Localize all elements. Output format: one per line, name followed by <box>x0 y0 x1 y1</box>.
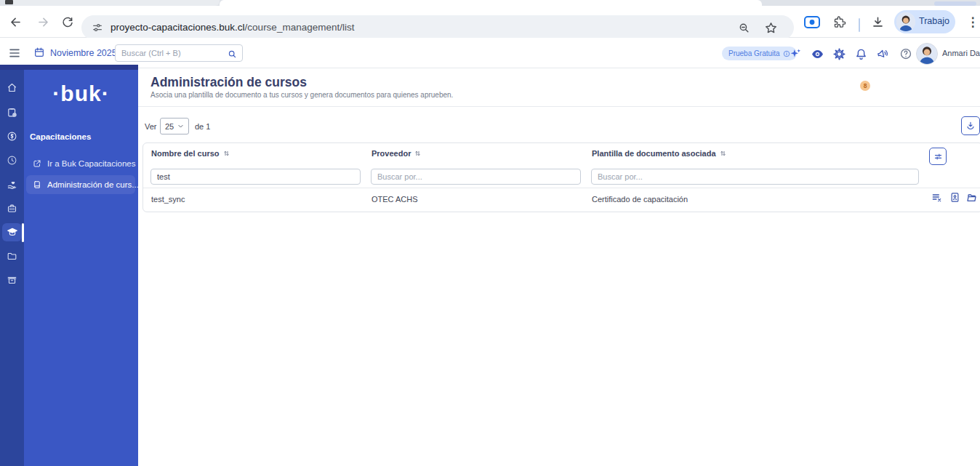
url-text: proyecto-capacitaciones.buk.cl/course_ma… <box>111 22 354 33</box>
dollar-circle-icon[interactable] <box>0 126 24 145</box>
filter-nombre-input[interactable] <box>150 169 361 185</box>
inactive-tab-fragment <box>13 0 220 6</box>
sidebar-section-title: Capacitaciones <box>30 132 91 141</box>
browser-tab-strip <box>0 0 980 6</box>
browser-toolbar: proyecto-capacitaciones.buk.cl/course_ma… <box>0 6 980 38</box>
bookmark-star-icon[interactable] <box>763 20 778 35</box>
sidebar-panel <box>24 70 138 466</box>
column-header-nombre[interactable]: Nombre del curso <box>151 149 230 158</box>
filter-plantilla-input[interactable] <box>591 169 919 185</box>
sidebar-item-label: Administración de curs... <box>47 180 139 189</box>
user-avatar[interactable] <box>916 43 938 65</box>
page-count-label: de 1 <box>195 122 210 131</box>
column-header-label: Plantilla de documento asociada <box>592 149 716 158</box>
url-path: /course_management/list <box>245 22 355 33</box>
period-label[interactable]: Noviembre 2025 <box>50 48 117 58</box>
help-icon[interactable] <box>899 47 913 61</box>
clock-icon[interactable] <box>0 150 24 169</box>
notification-count-badge: 8 <box>860 81 870 91</box>
sort-icon <box>414 150 421 157</box>
screen: proyecto-capacitaciones.buk.cl/course_ma… <box>0 0 980 466</box>
open-folder-icon[interactable] <box>965 192 977 204</box>
menu-hamburger-icon[interactable] <box>7 47 22 60</box>
sort-icon <box>223 150 230 157</box>
sidebar-item-label: Ir a Buk Capacitaciones <box>47 159 135 168</box>
global-search <box>115 44 243 62</box>
preview-eye-icon[interactable] <box>810 47 824 61</box>
unassign-list-icon[interactable] <box>931 192 943 204</box>
trial-badge-label: Prueba Gratuita <box>728 49 780 57</box>
announcement-megaphone-icon[interactable] <box>875 47 890 61</box>
calendar-icon[interactable] <box>33 46 46 59</box>
certificate-document-icon[interactable] <box>949 192 960 203</box>
url-host: proyecto-capacitaciones.buk.cl <box>111 22 245 33</box>
page-size-value: 25 <box>165 122 174 131</box>
downloads-icon[interactable] <box>869 14 885 30</box>
cell-plantilla: Certificado de capacitación <box>592 195 688 204</box>
sliders-icon <box>933 152 943 161</box>
forward-icon[interactable] <box>35 14 51 30</box>
cabinet-icon[interactable] <box>0 270 24 289</box>
tab-media-icon[interactable] <box>803 14 822 30</box>
trial-badge[interactable]: Prueba Gratuita <box>722 47 797 60</box>
home-icon[interactable] <box>0 78 24 97</box>
sidebar-top-strip <box>0 65 138 70</box>
page-title: Administración de cursos <box>150 75 307 90</box>
user-name-label[interactable]: Anmari Da... <box>942 49 980 57</box>
page-size-select[interactable]: 25 <box>160 118 189 134</box>
briefcase-icon[interactable] <box>0 198 24 217</box>
window-corner-fragment <box>5 0 13 4</box>
profile-avatar <box>896 12 915 31</box>
column-header-label: Nombre del curso <box>151 149 220 158</box>
reload-icon[interactable] <box>60 14 76 30</box>
back-icon[interactable] <box>7 14 23 30</box>
hand-heart-icon[interactable] <box>0 174 24 193</box>
courses-table: Nombre del curso Proveedor Plantilla de … <box>142 142 980 212</box>
global-search-input[interactable] <box>116 45 217 61</box>
download-icon <box>965 121 976 131</box>
column-settings-button[interactable] <box>929 148 947 165</box>
filter-proveedor-input[interactable] <box>371 169 581 185</box>
ai-sparkle-icon[interactable] <box>788 47 803 61</box>
column-header-proveedor[interactable]: Proveedor <box>371 149 421 158</box>
search-icon[interactable] <box>227 49 237 59</box>
graduation-cap-icon[interactable] <box>0 222 24 241</box>
column-header-plantilla[interactable]: Plantilla de documento asociada <box>592 149 726 158</box>
cell-proveedor: OTEC ACHS <box>371 195 418 204</box>
site-info-icon[interactable] <box>92 22 103 33</box>
book-icon <box>33 180 41 189</box>
notifications-bell-icon[interactable] <box>854 47 868 61</box>
sort-icon <box>720 150 726 157</box>
profile-chip[interactable]: Trabajo <box>894 10 955 33</box>
settings-gear-icon[interactable] <box>832 47 846 61</box>
folder-icon[interactable] <box>0 246 24 265</box>
url-bar[interactable]: proyecto-capacitaciones.buk.cl/course_ma… <box>81 15 794 40</box>
header-divider <box>138 106 980 107</box>
sidebar-icon-rail <box>0 70 24 466</box>
toolbar-separator <box>859 18 860 32</box>
table-row-divider <box>143 188 980 188</box>
profile-chip-label: Trabajo <box>919 16 949 26</box>
sidebar-item-ir-a-buk-capacitaciones[interactable]: Ir a Buk Capacitaciones <box>26 154 135 173</box>
sidebar-item-administracion-de-cursos[interactable]: Administración de curs... <box>26 175 135 194</box>
app-topbar: Noviembre 2025 Prueba Gratuita 8 <box>0 38 980 68</box>
export-download-button[interactable] <box>961 116 980 135</box>
active-tab-fragment[interactable] <box>220 0 762 6</box>
cell-nombre: test_sync <box>151 195 185 204</box>
extensions-puzzle-icon[interactable] <box>832 14 848 30</box>
page-subtitle: Asocia una plantilla de documento a tus … <box>150 91 453 99</box>
browser-menu-icon[interactable]: ⋮ <box>967 13 979 31</box>
zoom-out-icon[interactable] <box>737 21 750 34</box>
buk-logo: ·buk· <box>24 81 138 106</box>
external-link-icon <box>33 159 41 168</box>
clipboard-gear-icon[interactable] <box>0 103 24 121</box>
column-header-label: Proveedor <box>371 149 411 158</box>
chevron-down-icon <box>177 123 184 129</box>
page-size-prefix-label: Ver <box>145 122 157 131</box>
